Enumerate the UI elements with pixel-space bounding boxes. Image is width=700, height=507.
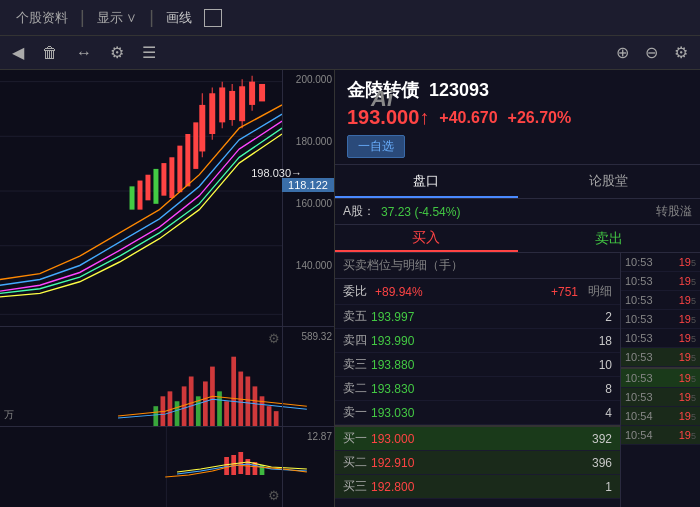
svg-rect-19: [138, 181, 143, 210]
svg-rect-34: [203, 381, 208, 426]
buy-2-vol: 396: [582, 456, 612, 470]
sell-row-4: 卖四 193.990 18: [335, 329, 620, 353]
wei-bi-num: +751: [538, 285, 578, 299]
svg-rect-27: [153, 406, 158, 426]
wei-bi-detail[interactable]: 明细: [582, 283, 612, 300]
gear-icon-2[interactable]: ⚙: [670, 41, 692, 64]
or-row-8: 10:53 195: [621, 388, 700, 407]
settings-icon[interactable]: ⚙: [106, 41, 128, 64]
or-row-4: 10:53 195: [621, 310, 700, 329]
or-row-3: 10:53 195: [621, 291, 700, 310]
svg-rect-40: [245, 377, 250, 427]
sell-3-label: 卖三: [343, 356, 371, 373]
macd-chart: 12.87 ⚙: [0, 427, 334, 507]
svg-rect-23: [169, 157, 174, 198]
wei-bi-val: +89.94%: [375, 285, 534, 299]
macd-gear-icon[interactable]: ⚙: [268, 488, 280, 503]
svg-rect-32: [189, 377, 194, 427]
buysell-row: 买入 卖出: [335, 225, 700, 253]
sell-2-label: 卖二: [343, 380, 371, 397]
stock-info-btn[interactable]: 个股资料: [8, 7, 76, 29]
bond-label: 转股溢: [656, 203, 692, 220]
macd-val: 12.87: [285, 431, 332, 442]
svg-rect-20: [145, 175, 150, 201]
left-chart-panel: 200.000 180.000 160.000 140.000 118.122 …: [0, 70, 335, 507]
tab-pandou[interactable]: 盘口: [335, 165, 518, 198]
tabs-row: 盘口 论股堂: [335, 165, 700, 199]
sell-1-vol: 4: [582, 406, 612, 420]
tab-lungu[interactable]: 论股堂: [518, 165, 701, 198]
orderbook-header: 买卖档位与明细（手）: [335, 253, 620, 279]
price-tick-160: 160.000: [285, 198, 332, 209]
svg-rect-17: [259, 84, 265, 101]
price-tick-180: 180.000: [285, 136, 332, 147]
orderbook-left: 买卖档位与明细（手） 委比 +89.94% +751 明细 卖五 193.997…: [335, 253, 620, 507]
minus-icon[interactable]: ⊖: [641, 41, 662, 64]
ai-text: Ai: [371, 86, 393, 112]
or-row-9: 10:54 195: [621, 407, 700, 426]
buy-row-3: 买三 192.800 1: [335, 475, 620, 499]
buy-3-price: 192.800: [371, 480, 582, 494]
svg-rect-25: [185, 134, 190, 186]
sell-row-5: 卖五 193.997 2: [335, 305, 620, 329]
sell-4-vol: 18: [582, 334, 612, 348]
stock-change: +40.670: [439, 109, 497, 127]
svg-rect-30: [175, 401, 180, 426]
right-panel: 金陵转债 123093 193.000↑ +40.670 +26.70% 一自选…: [335, 70, 700, 507]
wei-bi-row: 委比 +89.94% +751 明细: [335, 279, 620, 305]
plus-icon[interactable]: ⊕: [612, 41, 633, 64]
layers-icon[interactable]: ☰: [138, 41, 160, 64]
buy-row-1: 买一 193.000 392: [335, 427, 620, 451]
wan-label: 万: [4, 408, 14, 422]
sell-1-price: 193.030: [371, 406, 582, 420]
price-tick-200: 200.000: [285, 74, 332, 85]
buy-row-2: 买二 192.910 396: [335, 451, 620, 475]
sell-3-price: 193.880: [371, 358, 582, 372]
or-row-5: 10:53 195: [621, 329, 700, 348]
sell-4-label: 卖四: [343, 332, 371, 349]
svg-rect-38: [231, 357, 236, 426]
price-tick-140: 140.000: [285, 260, 332, 271]
watchlist-btn[interactable]: 一自选: [347, 135, 405, 158]
buy-tab[interactable]: 买入: [335, 225, 518, 252]
sell-tab[interactable]: 卖出: [518, 225, 701, 252]
sell-5-label: 卖五: [343, 308, 371, 325]
or-row-10: 10:54 195: [621, 426, 700, 445]
svg-rect-18: [130, 186, 135, 209]
or-row-6: 10:53 195: [621, 348, 700, 367]
svg-rect-22: [161, 163, 166, 196]
current-price-box: 118.122: [282, 178, 334, 192]
wei-bi-label: 委比: [343, 283, 371, 300]
move-icon[interactable]: ↔: [72, 42, 96, 64]
icon-row: ◀ 🗑 ↔ ⚙ ☰ ⊕ ⊖ ⚙: [0, 36, 700, 70]
sell-2-price: 193.830: [371, 382, 582, 396]
stock-code: 123093: [429, 80, 489, 101]
svg-rect-43: [267, 406, 272, 426]
ai-label-box: Ai: [339, 83, 425, 114]
sell-3-vol: 10: [582, 358, 612, 372]
orderbook-right: 10:53 195 10:53 195 10:53 195 10:53 195 …: [620, 253, 700, 507]
sell-row-3: 卖三 193.880 10: [335, 353, 620, 377]
svg-rect-42: [260, 396, 265, 426]
display-btn[interactable]: 显示 ∨: [89, 7, 146, 29]
a-stock-val: 37.23 (-4.54%): [381, 205, 460, 219]
volume-axis: 589.32: [282, 327, 334, 426]
huaxian-btn[interactable]: 画线: [158, 7, 200, 29]
square-icon-btn[interactable]: [204, 9, 222, 27]
top-toolbar: 个股资料 | 显示 ∨ | 画线: [0, 0, 700, 36]
stocks-info-row: A股： 37.23 (-4.54%) 转股溢: [335, 199, 700, 225]
buy-1-label: 买一: [343, 430, 371, 447]
sell-4-price: 193.990: [371, 334, 582, 348]
sell-row-1: 卖一 193.030 4: [335, 401, 620, 425]
sell-2-vol: 8: [582, 382, 612, 396]
buy-3-label: 买三: [343, 478, 371, 495]
vol-gear-icon[interactable]: ⚙: [268, 331, 280, 346]
vol-tick-top: 589.32: [285, 331, 332, 342]
delete-icon[interactable]: 🗑: [38, 42, 62, 64]
svg-rect-21: [153, 169, 158, 204]
stock-change-pct: +26.70%: [508, 109, 572, 127]
svg-rect-26: [193, 122, 198, 169]
main-content: 200.000 180.000 160.000 140.000 118.122 …: [0, 70, 700, 507]
back-icon[interactable]: ◀: [8, 41, 28, 64]
buy-1-vol: 392: [582, 432, 612, 446]
